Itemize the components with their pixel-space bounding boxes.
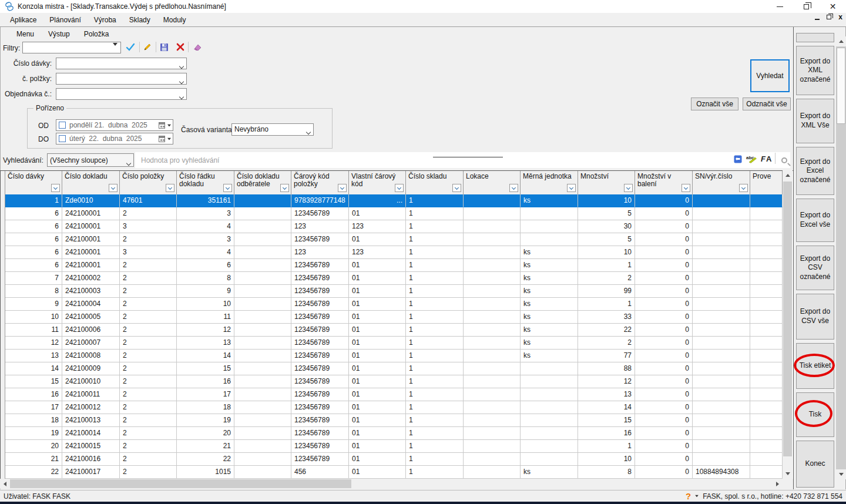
font-case-icon[interactable]: FA bbox=[760, 153, 774, 164]
table-row[interactable]: 17242100012218123456789011140 bbox=[5, 401, 783, 414]
export-excel-vse-button[interactable]: Export do Excel vše bbox=[796, 199, 834, 242]
column-filter-icon[interactable] bbox=[338, 184, 347, 192]
help-icon[interactable]: ? bbox=[686, 492, 691, 500]
do-checkbox[interactable] bbox=[59, 135, 66, 142]
scrollbar-thumb[interactable] bbox=[783, 182, 792, 456]
tisk-button[interactable]: Tisk bbox=[796, 392, 834, 437]
table-row[interactable]: 12242100007213123456789011ks20 bbox=[5, 337, 783, 350]
search-magnifier-icon[interactable] bbox=[778, 154, 790, 166]
column-header-3[interactable]: Číslo položky bbox=[120, 171, 177, 194]
scroll-left-icon[interactable] bbox=[0, 479, 10, 489]
scroll-right-icon[interactable] bbox=[773, 479, 783, 489]
table-row[interactable]: 624210000126123456789011ks10 bbox=[5, 259, 783, 272]
do-calendar-icon[interactable] bbox=[155, 134, 172, 143]
export-csv-vse-button[interactable]: Export do CSV vše bbox=[796, 294, 834, 340]
spellcheck-abc-icon[interactable]: abc bbox=[745, 153, 760, 164]
column-header-1[interactable]: Číslo dávky bbox=[5, 171, 62, 194]
column-header-8[interactable]: Číslo skladu bbox=[406, 171, 464, 194]
od-checkbox[interactable] bbox=[59, 122, 66, 129]
do-date-picker[interactable]: úterý 22. dubna 2025 bbox=[56, 133, 173, 145]
menu-vystup[interactable]: Výstup bbox=[41, 30, 77, 38]
filter-preset-combobox[interactable] bbox=[22, 42, 121, 53]
table-row[interactable]: 6242100001341231231ks100 bbox=[5, 246, 783, 259]
menu-planovani[interactable]: Plánování bbox=[43, 16, 87, 24]
mdi-restore-icon[interactable] bbox=[827, 15, 831, 19]
export-excel-oznacene-button[interactable]: Export do Excel označené bbox=[796, 147, 834, 195]
delete-x-icon[interactable] bbox=[174, 41, 186, 53]
vyhledat-button[interactable]: Vyhledat bbox=[750, 59, 790, 92]
table-row[interactable]: 724210000228123456789011ks20 bbox=[5, 272, 783, 285]
menu-aplikace[interactable]: Aplikace bbox=[4, 16, 43, 24]
column-filter-icon[interactable] bbox=[51, 184, 60, 192]
menu-menu[interactable]: Menu bbox=[9, 30, 41, 38]
odznacit-vse-button[interactable]: Odznačit vše bbox=[743, 98, 791, 110]
column-header-9[interactable]: Lokace bbox=[464, 171, 521, 194]
column-header-6[interactable]: Čárový kód položky bbox=[291, 171, 349, 194]
table-row[interactable]: 21242100016222123456789011100 bbox=[5, 453, 783, 466]
column-header-13[interactable]: SN/výr.číslo bbox=[693, 171, 750, 194]
scrollbar-thumb[interactable] bbox=[10, 479, 351, 488]
column-filter-icon[interactable] bbox=[223, 184, 232, 192]
panel-scrollbar[interactable] bbox=[836, 36, 846, 479]
grid-vertical-scrollbar[interactable] bbox=[783, 170, 793, 479]
menu-moduly[interactable]: Moduly bbox=[157, 16, 193, 24]
column-header-12[interactable]: Množství v balení bbox=[635, 171, 693, 194]
objednavka-combobox[interactable] bbox=[56, 88, 187, 100]
export-xml-vse-button[interactable]: Export do XML Vše bbox=[796, 99, 834, 143]
oznacit-vse-button[interactable]: Označit vše bbox=[691, 98, 738, 110]
table-row[interactable]: 16242100011217123456789011130 bbox=[5, 388, 783, 401]
menu-polozka[interactable]: Položka bbox=[77, 30, 116, 38]
tisk-etiket-button[interactable]: Tisk etiket bbox=[796, 343, 834, 389]
menu-sklady[interactable]: Sklady bbox=[123, 16, 157, 24]
column-filter-icon[interactable] bbox=[109, 184, 118, 192]
column-header-5[interactable]: Číslo dokladu odběratele bbox=[234, 171, 291, 194]
table-row[interactable]: 14242100009215123456789011880 bbox=[5, 362, 783, 375]
close-icon[interactable]: ✕ bbox=[820, 0, 846, 13]
cislo-davky-combobox[interactable] bbox=[56, 58, 187, 69]
scroll-down-icon[interactable] bbox=[783, 469, 793, 479]
search-column-combobox[interactable]: (Všechny sloupce) bbox=[47, 153, 134, 167]
mdi-close-icon[interactable]: x bbox=[838, 14, 842, 20]
table-row[interactable]: 1Zde0010476013511619783928777148...1ks10… bbox=[5, 194, 783, 207]
edit-pencil-icon[interactable] bbox=[141, 41, 153, 53]
mdi-minimize-icon[interactable] bbox=[815, 19, 820, 20]
column-filter-icon[interactable] bbox=[452, 184, 461, 192]
paste-undo-icon[interactable] bbox=[732, 153, 744, 165]
table-row[interactable]: 13242100008214123456789011ks770 bbox=[5, 350, 783, 362]
search-mini-input[interactable] bbox=[433, 148, 503, 157]
table-row[interactable]: 2224210001721015456011ks8010884894308 bbox=[5, 466, 783, 479]
column-filter-icon[interactable] bbox=[395, 184, 404, 192]
table-row[interactable]: 10242100005211123456789011ks330 bbox=[5, 311, 783, 324]
menu-vyroba[interactable]: Výroba bbox=[88, 16, 123, 24]
scroll-up-icon[interactable] bbox=[783, 170, 793, 180]
table-row[interactable]: 2024210001522112345678901110 bbox=[5, 440, 783, 453]
scrollbar-thumb[interactable] bbox=[837, 48, 845, 124]
column-filter-icon[interactable] bbox=[624, 184, 633, 192]
export-xml-oznacene-button[interactable]: Export do XML označené bbox=[796, 46, 834, 95]
grid-horizontal-scrollbar[interactable] bbox=[0, 479, 783, 489]
column-filter-icon[interactable] bbox=[682, 184, 690, 192]
table-row[interactable]: 62421000012312345678901150 bbox=[5, 233, 783, 246]
table-row[interactable]: 62421000012312345678901150 bbox=[5, 207, 783, 220]
column-filter-icon[interactable] bbox=[509, 184, 518, 192]
table-row[interactable]: 15242100010216123456789011120 bbox=[5, 375, 783, 388]
restore-icon[interactable] bbox=[793, 0, 820, 13]
column-filter-icon[interactable] bbox=[739, 184, 748, 192]
column-filter-icon[interactable] bbox=[280, 184, 289, 192]
table-row[interactable]: 18242100013219123456789011150 bbox=[5, 414, 783, 427]
c-polozky-combobox[interactable] bbox=[56, 73, 187, 85]
od-date-picker[interactable]: pondělí 21. dubna 2025 bbox=[56, 119, 173, 131]
column-filter-icon[interactable] bbox=[567, 184, 576, 192]
minimize-icon[interactable] bbox=[767, 0, 793, 13]
column-filter-icon[interactable] bbox=[166, 184, 174, 192]
table-row[interactable]: 11242100006212123456789011ks220 bbox=[5, 324, 783, 337]
column-header-10[interactable]: Měrná jednotka bbox=[521, 171, 578, 194]
konec-button[interactable]: Konec bbox=[796, 441, 834, 488]
scroll-up-icon[interactable] bbox=[836, 36, 846, 46]
export-csv-oznacene-button[interactable]: Export do CSV označené bbox=[796, 246, 834, 290]
casova-varianta-combobox[interactable]: Nevybráno bbox=[231, 123, 314, 136]
apply-check-icon[interactable] bbox=[125, 41, 136, 53]
table-row[interactable]: 19242100014220123456789011160 bbox=[5, 427, 783, 440]
column-header-11[interactable]: Množství bbox=[578, 171, 635, 194]
partial-button[interactable] bbox=[796, 33, 834, 42]
